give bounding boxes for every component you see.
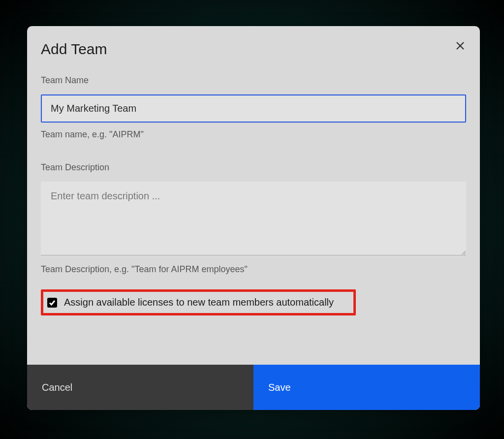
auto-assign-checkbox[interactable]: [47, 298, 57, 308]
team-description-label: Team Description: [41, 162, 466, 173]
team-description-input[interactable]: [41, 182, 466, 255]
team-description-hint: Team Description, e.g. "Team for AIPRM e…: [41, 264, 466, 275]
team-name-label: Team Name: [41, 75, 466, 86]
add-team-modal: Add Team Team Name Team name, e.g. "AIPR…: [27, 26, 480, 410]
team-name-input[interactable]: [41, 94, 466, 123]
modal-title: Add Team: [41, 41, 466, 58]
auto-assign-label: Assign available licenses to new team me…: [64, 297, 334, 308]
close-button[interactable]: [454, 40, 466, 52]
modal-footer: Cancel Save: [27, 365, 480, 410]
cancel-button[interactable]: Cancel: [27, 365, 253, 410]
check-icon: [49, 299, 56, 306]
team-name-hint: Team name, e.g. "AIPRM": [41, 129, 466, 140]
auto-assign-highlight: Assign available licenses to new team me…: [41, 289, 356, 315]
save-button[interactable]: Save: [253, 365, 480, 410]
close-icon: [456, 41, 465, 50]
modal-body: Add Team Team Name Team name, e.g. "AIPR…: [27, 26, 480, 365]
